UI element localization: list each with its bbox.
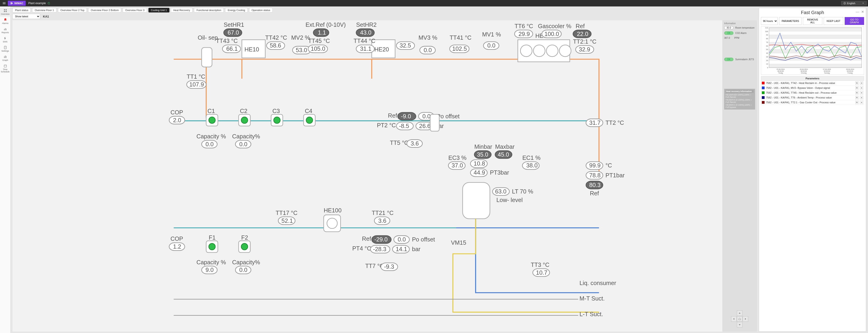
minimize-icon[interactable]: — <box>856 10 859 13</box>
remove-icon[interactable]: ✕ <box>860 96 863 99</box>
svg-text:C3: C3 <box>272 108 280 114</box>
svg-text:-28.3: -28.3 <box>373 246 386 252</box>
svg-point-82 <box>241 117 248 123</box>
svg-text:20: 20 <box>766 60 768 62</box>
room-temp-label: Room temperature <box>735 27 754 29</box>
remove-icon[interactable]: ✕ <box>860 86 863 90</box>
nav-overview[interactable]: Overview <box>0 7 10 16</box>
svg-rect-6 <box>5 28 5 30</box>
remove-icon[interactable]: ✕ <box>860 101 863 104</box>
svg-text:Capacity%: Capacity% <box>232 259 260 265</box>
gear-icon[interactable] <box>855 86 859 90</box>
svg-text:45.0: 45.0 <box>498 151 509 158</box>
svg-text:Ref: Ref <box>576 23 585 29</box>
gear-icon[interactable] <box>855 96 859 99</box>
svg-text:Capacity %: Capacity % <box>196 259 226 265</box>
svg-text:M-T Suct.: M-T Suct. <box>580 295 604 302</box>
svg-text:TT5 °C: TT5 °C <box>390 139 408 146</box>
svg-text:C2: C2 <box>240 108 247 114</box>
svg-rect-220 <box>769 28 862 31</box>
svg-text:Ref: Ref <box>362 235 371 242</box>
keep-last-button[interactable]: KEEP LAST <box>824 17 843 25</box>
svg-text:-29.0: -29.0 <box>374 236 388 243</box>
svg-rect-13 <box>6 56 6 58</box>
go-to-graph-button[interactable]: GO TO GRAPH <box>845 17 864 25</box>
svg-text:14.1: 14.1 <box>396 246 407 252</box>
tab-overview-floor-3[interactable]: Overview Floor 3 <box>123 8 147 12</box>
param-row-1: 7582 - U01 - KA/FA1, MV2- Bypass Valve -… <box>761 86 864 90</box>
remove-all-button[interactable]: REMOVE ALL <box>803 17 822 25</box>
tab-heat-recovery[interactable]: Heat Recovery <box>171 8 193 12</box>
tab-energy-cooling[interactable]: Energy Cooling <box>225 8 247 12</box>
gear-icon[interactable] <box>855 101 859 104</box>
svg-text:44.9: 44.9 <box>474 169 485 176</box>
svg-point-153 <box>327 218 337 229</box>
svg-rect-7 <box>6 29 6 30</box>
nav-settings[interactable]: Settings <box>0 44 10 54</box>
nav-alarms[interactable]: Alarms <box>0 16 10 26</box>
svg-text:LT 70 %: LT 70 % <box>512 188 533 195</box>
tab-overview-floor-1[interactable]: Overview Floor 1 <box>32 8 56 12</box>
svg-text:38.0: 38.0 <box>526 162 538 169</box>
tab-plant-status[interactable]: Plant status <box>12 8 31 12</box>
tab-overview-floor-2-bottom[interactable]: Overview Floor 2 Bottom <box>88 8 121 12</box>
parameters-button[interactable]: PARAMETERS <box>779 17 802 25</box>
svg-text:40: 40 <box>766 52 768 54</box>
nav-schedule[interactable]: Time Schedule <box>0 63 10 74</box>
remove-icon[interactable]: ✕ <box>860 91 863 94</box>
svg-text:80.3: 80.3 <box>589 182 600 188</box>
co2-label: CO2 Alarm <box>735 32 747 34</box>
dpad-left[interactable] <box>731 316 737 322</box>
svg-text:VM15: VM15 <box>451 239 466 246</box>
nav-reports[interactable]: Reports <box>0 26 10 35</box>
svg-text:00:00:00: 00:00:00 <box>824 70 830 72</box>
dpad-home[interactable] <box>737 316 742 322</box>
dpad-down[interactable] <box>737 322 742 328</box>
svg-text:°C: °C <box>606 162 612 169</box>
fast-graph-title: Fast Graph <box>801 10 824 15</box>
param-label: 7582 - U01 - KA/FA1, MV2- Bypass Valve -… <box>766 87 854 89</box>
svg-text:Onsdag: Onsdag <box>801 72 807 74</box>
dpad-right[interactable] <box>743 316 748 322</box>
svg-text:52.1: 52.1 <box>281 218 293 224</box>
svg-text:67.0: 67.0 <box>228 29 239 36</box>
brand-logo: IWMAC <box>8 1 26 6</box>
show-latest-select[interactable]: Show latest <box>12 14 40 19</box>
plant-name-text: Plant example <box>28 2 46 5</box>
range-select[interactable]: 96 hours <box>761 17 778 25</box>
svg-text:Po offset: Po offset <box>437 113 460 120</box>
svg-text:0.0: 0.0 <box>398 236 406 243</box>
gear-icon[interactable] <box>855 81 859 85</box>
svg-text:TT17 °C: TT17 °C <box>276 210 297 216</box>
svg-rect-1 <box>4 9 5 10</box>
menu-button[interactable] <box>1 0 7 6</box>
unit-label: KA1 <box>43 15 49 18</box>
svg-text:32.9: 32.9 <box>579 46 590 53</box>
swatch-icon <box>762 96 765 99</box>
dpad-up[interactable] <box>737 310 742 316</box>
language-select[interactable]: English <box>841 1 867 5</box>
svg-text:L-T Suct.: L-T Suct. <box>580 311 603 317</box>
svg-text:107.9: 107.9 <box>189 81 204 88</box>
nav-graph[interactable]: Graph <box>0 54 10 63</box>
svg-point-25 <box>559 45 571 57</box>
chevron-down-icon <box>862 2 865 5</box>
tab-functional-description[interactable]: Functional description <box>194 8 224 12</box>
gear-icon[interactable] <box>855 91 859 94</box>
close-icon[interactable]: ✕ <box>861 10 864 13</box>
svg-text:-9.3: -9.3 <box>384 263 394 270</box>
svg-text:30: 30 <box>766 56 768 58</box>
remove-icon[interactable]: ✕ <box>860 81 863 85</box>
tab-overview-floor-2-top[interactable]: Overview Floor 2 Top <box>58 8 87 12</box>
svg-text:EC1 %: EC1 % <box>522 155 541 161</box>
nav-ems[interactable]: EMS <box>0 35 10 44</box>
svg-text:0.0: 0.0 <box>487 42 495 49</box>
svg-text:102.5: 102.5 <box>452 45 467 52</box>
tab-operation-status[interactable]: Operation status <box>249 8 273 12</box>
svg-text:31.1: 31.1 <box>360 45 371 52</box>
fast-graph-chart: 010203040506070809010011025.06.202400:00… <box>761 26 864 75</box>
svg-text:EC3 %: EC3 % <box>448 155 467 161</box>
tab-cooling-unit-1[interactable]: Cooling Unit 1 <box>149 8 169 12</box>
ppm-label: PPM <box>734 37 739 39</box>
svg-text:Maxbar: Maxbar <box>495 143 515 150</box>
